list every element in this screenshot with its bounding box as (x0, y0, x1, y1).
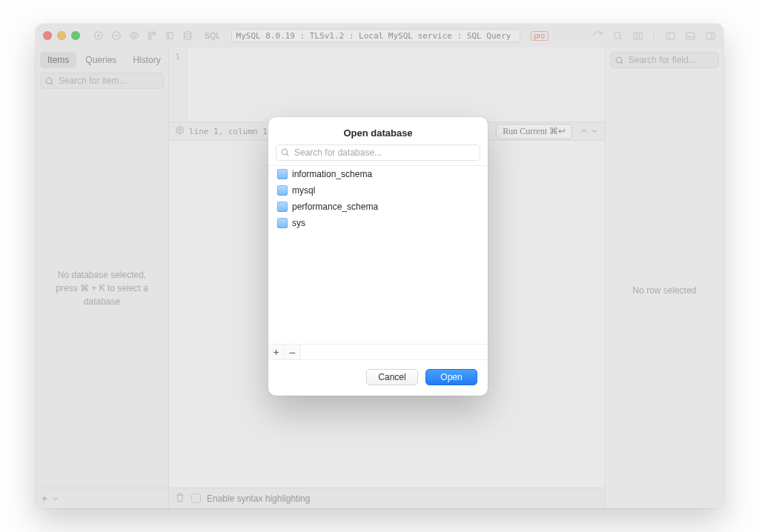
no-database-message: No database selected, press ⌘ + K to sel… (36, 89, 168, 488)
svg-rect-4 (153, 32, 156, 35)
tab-items[interactable]: Items (40, 52, 76, 68)
search-icon (44, 76, 54, 89)
plus-circle-icon[interactable] (93, 30, 104, 41)
syntax-highlight-label: Enable syntax highlighting (207, 493, 310, 504)
add-database-button[interactable]: + (268, 345, 285, 359)
zoom-window-button[interactable] (71, 31, 80, 40)
sql-editor-area: 1 (169, 47, 605, 122)
editor-gutter: 1 (169, 47, 187, 122)
svg-point-7 (184, 32, 190, 35)
add-item-dropdown[interactable] (40, 494, 60, 503)
svg-rect-12 (706, 33, 715, 39)
dialog-search-wrap (268, 144, 488, 165)
svg-rect-6 (167, 33, 173, 39)
field-search-wrap (610, 52, 719, 68)
cursor-position-label: line 1, column 1, (189, 127, 273, 136)
gear-icon[interactable] (175, 125, 185, 137)
remove-database-button[interactable]: – (285, 345, 301, 359)
toolbar-divider (654, 30, 654, 41)
open-button[interactable]: Open (425, 369, 477, 385)
svg-rect-3 (148, 32, 151, 35)
panel-left-icon[interactable] (665, 30, 676, 41)
database-item[interactable]: performance_schema (268, 199, 488, 215)
sidebar-footer (36, 488, 168, 508)
svg-point-2 (133, 34, 136, 37)
database-item[interactable]: information_schema (268, 166, 488, 182)
database-item-label: mysql (292, 185, 315, 196)
svg-rect-11 (686, 33, 695, 39)
svg-point-8 (614, 32, 621, 39)
center-footer: Enable syntax highlighting (169, 488, 605, 508)
run-current-button[interactable]: Run Current ⌘↩ (496, 124, 572, 139)
database-item[interactable]: sys (268, 215, 488, 231)
run-mode-toggle[interactable] (580, 127, 599, 136)
database-icon (277, 185, 288, 196)
svg-rect-10 (666, 33, 675, 39)
search-icon (280, 147, 290, 160)
dialog-title: Open database (268, 117, 488, 144)
database-item-label: performance_schema (292, 202, 378, 212)
search-icon (614, 55, 624, 68)
svg-point-16 (282, 149, 288, 155)
svg-point-14 (179, 129, 181, 131)
database-icon (277, 169, 288, 179)
toolbar-left-icons: SQL (93, 30, 221, 41)
list-operations: + – (268, 345, 488, 360)
cancel-circle-icon[interactable] (111, 30, 122, 41)
syntax-highlight-checkbox[interactable] (191, 493, 201, 503)
svg-rect-9 (634, 33, 642, 39)
close-window-button[interactable] (43, 31, 52, 40)
database-search-input[interactable] (276, 144, 480, 161)
left-sidebar: Items Queries History No database select… (36, 47, 169, 508)
item-search-wrap (40, 73, 164, 89)
database-item-label: sys (292, 218, 305, 228)
database-icon (277, 218, 288, 228)
svg-point-13 (46, 78, 52, 84)
database-item[interactable]: mysql (268, 182, 488, 199)
window-traffic-lights (43, 31, 80, 40)
minimize-window-button[interactable] (57, 31, 66, 40)
panel-bottom-icon[interactable] (685, 30, 696, 41)
dialog-actions: Cancel Open (268, 360, 488, 396)
search-icon[interactable] (612, 30, 623, 41)
box-icon[interactable] (165, 30, 175, 41)
open-database-dialog: Open database information_schemamysqlper… (268, 117, 488, 396)
svg-point-15 (616, 57, 622, 63)
panel-right-icon[interactable] (705, 30, 716, 41)
database-item-label: information_schema (292, 169, 372, 179)
pro-badge: pro (531, 31, 548, 41)
cancel-button[interactable]: Cancel (366, 369, 418, 385)
titlebar: SQL MySQL 8.0.19 : TLSv1.2 : Local MySQL… (36, 24, 723, 47)
tab-history[interactable]: History (125, 52, 168, 68)
toolbar-right-icons (592, 30, 716, 41)
database-icon[interactable] (182, 30, 193, 41)
field-search-input[interactable] (610, 52, 719, 68)
svg-rect-5 (148, 36, 151, 39)
trash-icon[interactable] (175, 492, 185, 505)
sql-mode-label: SQL (205, 32, 221, 40)
sql-editor[interactable] (187, 47, 605, 122)
columns-icon[interactable] (632, 30, 643, 41)
right-sidebar: No row selected (605, 47, 723, 508)
eye-icon[interactable] (129, 30, 139, 41)
refresh-icon[interactable] (592, 30, 603, 41)
tab-queries[interactable]: Queries (78, 52, 124, 68)
database-icon (277, 202, 288, 212)
item-search-input[interactable] (40, 73, 164, 89)
connection-address-bar[interactable]: MySQL 8.0.19 : TLSv1.2 : Local MySQL ser… (231, 29, 520, 42)
database-list[interactable]: information_schemamysqlperformance_schem… (268, 165, 488, 345)
no-row-message: No row selected (606, 73, 723, 508)
struct-icon[interactable] (147, 30, 157, 41)
sidebar-tabs: Items Queries History (36, 47, 168, 73)
